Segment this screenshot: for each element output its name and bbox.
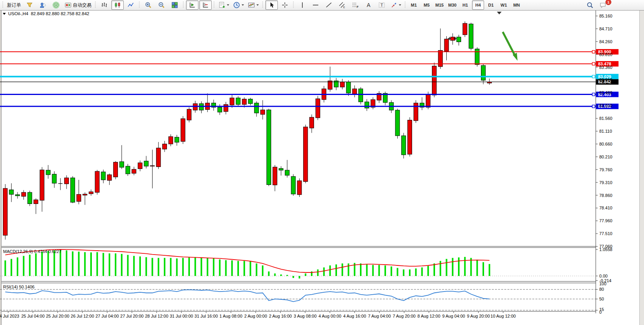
dropdown-caret-icon[interactable] bbox=[399, 4, 401, 6]
macd-histogram-bar bbox=[164, 258, 165, 276]
arrows-button[interactable] bbox=[389, 0, 403, 10]
trendline-button[interactable] bbox=[323, 0, 335, 10]
macd-histogram-bar bbox=[158, 258, 159, 276]
candle-up bbox=[187, 109, 191, 120]
tf-h4-button-label: H4 bbox=[475, 3, 481, 7]
tile-windows-button[interactable] bbox=[168, 0, 181, 10]
line-chart-button[interactable] bbox=[125, 0, 137, 10]
candle-up bbox=[340, 82, 344, 87]
toolbar-group-gripper bbox=[139, 2, 140, 9]
dropdown-caret-icon[interactable] bbox=[256, 4, 259, 6]
notification-badge: 1 bbox=[605, 0, 611, 5]
text-label-button[interactable]: T bbox=[376, 0, 388, 10]
macd-histogram-bar bbox=[317, 269, 319, 276]
candle-up bbox=[163, 144, 167, 149]
price-tick-label: 80.210 bbox=[599, 155, 612, 159]
auto-scroll-button[interactable] bbox=[186, 0, 198, 10]
tf-h4-button[interactable]: H4 bbox=[472, 0, 484, 10]
tf-m5-button[interactable]: M5 bbox=[421, 0, 433, 10]
periods-button[interactable] bbox=[232, 0, 246, 10]
tf-m1-button[interactable]: M1 bbox=[408, 0, 420, 10]
community-button[interactable] bbox=[37, 0, 49, 10]
macd-histogram-bar bbox=[84, 252, 86, 276]
cyan-line-handle[interactable] bbox=[592, 75, 595, 78]
blue-line-handle[interactable] bbox=[592, 105, 595, 108]
chart-canvas[interactable]: 83.90083.47883.02982.40381.98282.84285.1… bbox=[0, 10, 644, 325]
candle-up bbox=[242, 99, 246, 104]
candle-down bbox=[236, 98, 240, 105]
templates-button[interactable] bbox=[246, 0, 260, 10]
candle-up bbox=[408, 120, 412, 155]
zoom-out-button[interactable] bbox=[155, 0, 168, 10]
macd-histogram-bar bbox=[470, 258, 472, 276]
chart-shift-button[interactable] bbox=[199, 0, 212, 10]
chart-title-bar: USOil-,H4 82.849 82.880 82.758 82.842 bbox=[3, 11, 89, 16]
macd-histogram-bar bbox=[286, 275, 288, 276]
tf-h1-button[interactable]: H1 bbox=[459, 0, 471, 10]
tf-w1-button[interactable]: W1 bbox=[498, 0, 510, 10]
macd-histogram-bar bbox=[244, 261, 245, 276]
auto-trading-button[interactable]: 自动交易 bbox=[63, 0, 93, 10]
price-tick-label: 84.710 bbox=[599, 26, 612, 31]
time-tick-label: 8 Aug 12:00 bbox=[418, 314, 440, 318]
candle-up bbox=[310, 117, 314, 128]
chart-shift-marker-icon[interactable] bbox=[497, 12, 502, 14]
tf-mn-button[interactable]: MN bbox=[511, 0, 523, 10]
macd-histogram-bar bbox=[11, 259, 12, 276]
level-lines-layer: 83.90083.47883.02982.40381.98282.842 bbox=[0, 49, 619, 109]
notifications-button[interactable]: 1 bbox=[597, 0, 609, 10]
macd-label: MACD(12,26,9) 0.4764 0.6227 bbox=[3, 249, 61, 254]
candle-down bbox=[402, 136, 406, 155]
macd-histogram-bar bbox=[427, 266, 429, 276]
vertical-line-button[interactable] bbox=[296, 0, 309, 10]
macd-histogram-bar bbox=[384, 265, 386, 276]
chart-menu-triangle-icon[interactable] bbox=[3, 13, 6, 15]
zoom-in-icon bbox=[145, 2, 152, 9]
price-tick-label: 83.360 bbox=[599, 65, 612, 70]
candle-down bbox=[218, 107, 222, 112]
cursor-button[interactable] bbox=[265, 0, 278, 10]
macd-histogram-bar bbox=[329, 265, 331, 276]
bar-chart-button[interactable] bbox=[98, 0, 111, 10]
arrow-annotation-shaft[interactable] bbox=[503, 32, 515, 56]
candlestick-chart-button[interactable] bbox=[111, 0, 124, 10]
toolbar-group-gripper bbox=[2, 2, 4, 9]
time-tick-label: 7 Aug 20:00 bbox=[393, 314, 416, 318]
tf-m30-button[interactable]: M30 bbox=[446, 0, 458, 10]
macd-histogram-bar bbox=[207, 258, 208, 276]
macd-histogram-bar bbox=[250, 262, 251, 276]
tf-d1-button[interactable]: D1 bbox=[485, 0, 497, 10]
macd-tick-label: 0.00 bbox=[599, 274, 607, 278]
macd-histogram-bar bbox=[305, 274, 306, 276]
candle-up bbox=[304, 127, 308, 181]
candle-up bbox=[181, 119, 185, 141]
crosshair-icon bbox=[281, 2, 288, 9]
red-line-handle[interactable] bbox=[592, 62, 595, 65]
indicators-button[interactable] bbox=[217, 0, 231, 10]
tf-m15-button[interactable]: M15 bbox=[433, 0, 446, 10]
signals-button[interactable] bbox=[50, 0, 62, 10]
fibonacci-button[interactable]: F bbox=[349, 0, 361, 10]
macd-histogram-bar bbox=[5, 260, 6, 276]
crosshair-button[interactable] bbox=[279, 0, 291, 10]
price-tick-label: 81.560 bbox=[599, 116, 612, 121]
horizontal-line-button[interactable] bbox=[309, 0, 322, 10]
auto-scroll-icon bbox=[189, 2, 196, 9]
text-button[interactable]: A bbox=[362, 0, 375, 10]
blue-line-handle[interactable] bbox=[592, 93, 595, 96]
red-line-handle[interactable] bbox=[592, 51, 595, 53]
chart-symbol-ohlc: USOil-,H4 82.849 82.880 82.758 82.842 bbox=[8, 11, 89, 16]
market-watch-button[interactable] bbox=[23, 0, 36, 10]
search-button[interactable] bbox=[584, 0, 596, 10]
zoom-in-button[interactable] bbox=[142, 0, 154, 10]
dropdown-caret-icon[interactable] bbox=[242, 4, 244, 6]
channel-button[interactable]: E bbox=[336, 0, 348, 10]
new-order-button[interactable]: 新订单 bbox=[5, 0, 23, 10]
macd-histogram-bar bbox=[421, 267, 423, 276]
candle-up bbox=[132, 169, 136, 173]
macd-histogram-bar bbox=[170, 258, 172, 276]
candle-down bbox=[285, 170, 290, 175]
candle-up bbox=[444, 39, 449, 51]
chart-frame bbox=[0, 10, 644, 325]
dropdown-caret-icon[interactable] bbox=[227, 4, 229, 6]
